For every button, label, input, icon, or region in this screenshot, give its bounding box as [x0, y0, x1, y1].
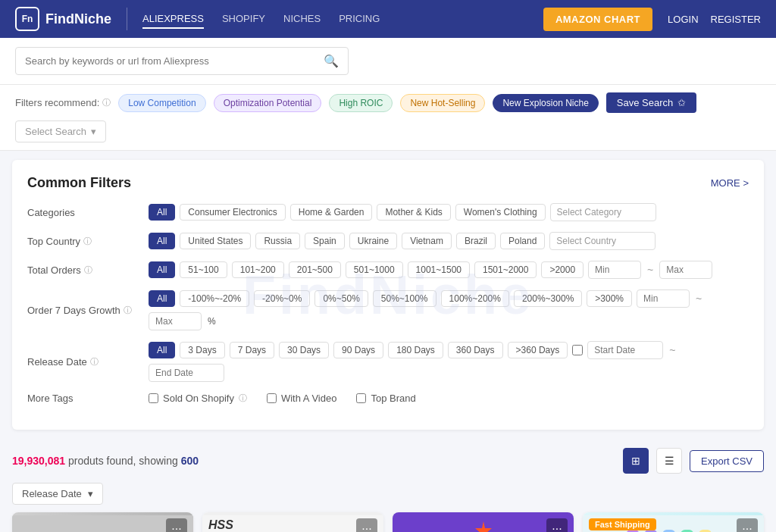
chip-new-explosion-niche[interactable]: New Explosion Niche — [493, 94, 598, 112]
date-360plus-btn[interactable]: >360 Days — [508, 342, 568, 358]
list-view-btn[interactable]: ☰ — [656, 448, 682, 474]
product-menu-btn-2[interactable]: ··· — [356, 518, 377, 532]
growth-all-btn[interactable]: All — [149, 290, 175, 307]
orders-max-input[interactable] — [659, 261, 712, 279]
save-search-button[interactable]: Save Search ✩ — [606, 92, 696, 113]
growth-200-300-btn[interactable]: 200%~300% — [514, 290, 582, 307]
chip-high-roic[interactable]: High ROIC — [329, 94, 393, 112]
country-all-btn[interactable]: All — [149, 233, 175, 249]
results-count: 19,930,081 produts found, showing 600 — [12, 455, 199, 467]
filter-categories-options: All Consumer Electronics Home & Garden M… — [149, 203, 749, 221]
hss-badge: HSS — [208, 518, 233, 532]
country-us-btn[interactable]: United States — [180, 233, 251, 249]
login-link[interactable]: LOGIN — [668, 14, 698, 25]
product-menu-btn-1[interactable]: ··· — [166, 518, 187, 532]
more-link[interactable]: MORE > — [711, 177, 749, 189]
order-growth-info-icon: ⓘ — [124, 305, 132, 316]
country-select[interactable]: Select Country — [549, 232, 656, 250]
logo-text: FindNiche — [45, 11, 111, 27]
start-date-input[interactable] — [587, 341, 663, 359]
date-360days-btn[interactable]: 360 Days — [448, 342, 503, 358]
growth-min-input[interactable] — [637, 289, 690, 308]
product-img-wrap-1: Cat laser toy keychain ··· — [12, 512, 193, 532]
product-badge-icon-3 — [472, 520, 495, 532]
date-custom-checkbox[interactable] — [572, 345, 583, 355]
navbar: Fn FindNiche ALIEXPRESS SHOPIFY NICHES P… — [0, 0, 776, 38]
filter-order-growth-options: All -100%~-20% -20%~0% 0%~50% 50%~100% 1… — [149, 289, 749, 330]
export-csv-button[interactable]: Export CSV — [690, 450, 764, 472]
chip-low-competition[interactable]: Low Competition — [118, 94, 205, 112]
filter-release-date-label: Release Date ⓘ — [27, 356, 149, 368]
end-date-input[interactable] — [149, 364, 224, 382]
category-womens-clothing-btn[interactable]: Women's Clothing — [455, 204, 546, 221]
filter-chips-row: Filters recommend: ⓘ Low Competition Opt… — [0, 85, 776, 151]
growth-50-100-btn[interactable]: 50%~100% — [373, 290, 436, 307]
sort-label: Release Date — [22, 488, 82, 499]
with-video-checkbox[interactable] — [267, 393, 277, 403]
product-img-wrap-3: Windows 10 Professional ··· — [393, 512, 574, 532]
category-mother-kids-btn[interactable]: Mother & Kids — [377, 204, 450, 221]
orders-201-500-btn[interactable]: 201~500 — [289, 261, 341, 278]
register-link[interactable]: REGISTER — [711, 14, 761, 25]
category-consumer-electronics-btn[interactable]: Consumer Electronics — [180, 204, 285, 221]
product-img-wrap-2: HSS ··· — [202, 512, 383, 532]
category-all-btn[interactable]: All — [149, 204, 175, 221]
sold-on-shopify-checkbox[interactable] — [149, 393, 158, 403]
tag-with-video[interactable]: With A Video — [267, 393, 336, 404]
growth-neg100-neg20-btn[interactable]: -100%~-20% — [180, 290, 249, 307]
orders-501-1000-btn[interactable]: 501~1000 — [346, 261, 403, 278]
product-menu-btn-4[interactable]: ··· — [737, 518, 758, 532]
country-poland-btn[interactable]: Poland — [500, 233, 545, 249]
filter-order-growth-row: Order 7 Days Growth ⓘ All -100%~-20% -20… — [27, 289, 749, 330]
country-brazil-btn[interactable]: Brazil — [456, 233, 496, 249]
growth-0-50-btn[interactable]: 0%~50% — [314, 290, 368, 307]
growth-100-200-btn[interactable]: 100%~200% — [441, 290, 509, 307]
results-actions: ⊞ ☰ Export CSV — [623, 448, 764, 474]
country-spain-btn[interactable]: Spain — [305, 233, 345, 249]
date-3days-btn[interactable]: 3 Days — [180, 342, 224, 358]
country-vietnam-btn[interactable]: Vietnam — [402, 233, 452, 249]
select-search-dropdown[interactable]: Select Search ▾ — [15, 120, 106, 142]
orders-51-100-btn[interactable]: 51~100 — [180, 261, 227, 278]
top-brand-checkbox[interactable] — [356, 393, 366, 403]
nav-divider — [127, 8, 127, 30]
nav-aliexpress[interactable]: ALIEXPRESS — [142, 10, 204, 29]
date-7days-btn[interactable]: 7 Days — [230, 342, 274, 358]
orders-1501-2000-btn[interactable]: 1501~2000 — [474, 261, 537, 278]
filter-categories-label: Categories — [27, 207, 149, 218]
date-90days-btn[interactable]: 90 Days — [333, 342, 383, 358]
orders-2000plus-btn[interactable]: >2000 — [541, 261, 584, 278]
filter-total-orders-row: Total Orders ⓘ All 51~100 101~200 201~50… — [27, 261, 749, 279]
date-all-btn[interactable]: All — [149, 342, 175, 358]
orders-min-input[interactable] — [588, 261, 641, 279]
chip-new-hot-selling[interactable]: New Hot-Selling — [400, 94, 485, 112]
nav-pricing[interactable]: PRICING — [339, 10, 380, 29]
sort-select[interactable]: Release Date ▾ — [12, 483, 103, 505]
fast-shipping-badge: Fast Shipping — [589, 518, 656, 530]
category-select[interactable]: Select Category — [550, 203, 656, 221]
filters-title: Common Filters — [27, 175, 131, 191]
nav-auth: LOGIN REGISTER — [668, 14, 761, 25]
growth-300plus-btn[interactable]: >300% — [587, 290, 632, 307]
chip-optimization-potential[interactable]: Optimization Potential — [214, 94, 322, 112]
orders-101-200-btn[interactable]: 101~200 — [232, 261, 284, 278]
tag-top-brand[interactable]: Top Brand — [356, 393, 415, 404]
date-180days-btn[interactable]: 180 Days — [388, 342, 443, 358]
nav-shopify[interactable]: SHOPIFY — [222, 10, 265, 29]
country-ukraine-btn[interactable]: Ukraine — [349, 233, 397, 249]
country-russia-btn[interactable]: Russia — [255, 233, 300, 249]
nav-niches[interactable]: NICHES — [283, 10, 321, 29]
orders-all-btn[interactable]: All — [149, 261, 175, 278]
orders-1001-1500-btn[interactable]: 1001~1500 — [408, 261, 470, 278]
product-menu-btn-3[interactable]: ··· — [546, 518, 568, 532]
grid-view-btn[interactable]: ⊞ — [623, 448, 649, 474]
category-home-garden-btn[interactable]: Home & Garden — [290, 204, 373, 221]
growth-neg20-0-btn[interactable]: -20%~0% — [254, 290, 310, 307]
search-input[interactable] — [25, 55, 324, 67]
growth-max-input[interactable] — [149, 312, 202, 330]
amazon-chart-button[interactable]: AMAZON CHART — [543, 8, 652, 31]
date-30days-btn[interactable]: 30 Days — [279, 342, 329, 358]
filter-top-country-options: All United States Russia Spain Ukraine V… — [149, 232, 749, 250]
tag-sold-on-shopify[interactable]: Sold On Shopify ⓘ — [149, 393, 247, 404]
filter-release-date-row: Release Date ⓘ All 3 Days 7 Days 30 Days… — [27, 341, 749, 382]
